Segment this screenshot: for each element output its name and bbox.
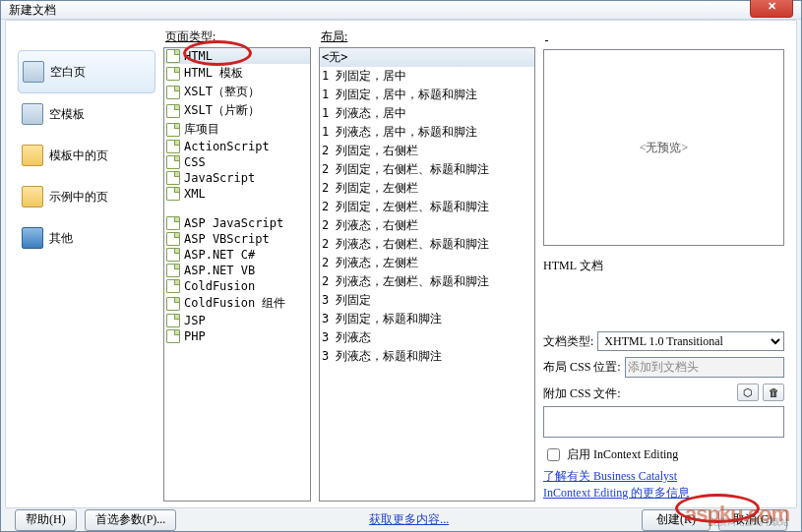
page-type-column: 页面类型: HTMLHTML 模板XSLT（整页）XSLT（片断）库项目Acti… xyxy=(163,27,311,502)
layout-item-label: 2 列液态，左侧栏 xyxy=(322,255,418,271)
page-type-item[interactable]: CSS xyxy=(164,154,310,170)
layout-item[interactable]: 2 列液态，左侧栏 xyxy=(320,254,534,272)
page-type-item-label: ASP.NET VB xyxy=(184,264,255,277)
sidebar-item-blank-template[interactable]: 空模板 xyxy=(18,93,155,135)
file-icon xyxy=(166,104,180,118)
dialog-footer: 帮助(H) 首选参数(P)... 获取更多内容... 创建(R) 取消(C) xyxy=(1,508,801,531)
file-icon xyxy=(166,216,180,230)
page-type-item[interactable]: XSLT（整页） xyxy=(164,83,310,101)
layout-item-label: <无> xyxy=(322,49,347,66)
layout-item-label: 1 列固定，居中，标题和脚注 xyxy=(322,87,477,103)
page-type-item[interactable]: HTML xyxy=(164,48,310,64)
layout-item[interactable]: 3 列固定，标题和脚注 xyxy=(320,310,534,328)
layout-list[interactable]: <无>1 列固定，居中1 列固定，居中，标题和脚注1 列液态，居中1 列液态，居… xyxy=(319,47,535,502)
sample-folder-icon xyxy=(22,186,43,207)
page-type-item-label: JSP xyxy=(184,314,206,327)
page-type-item[interactable]: ASP.NET VB xyxy=(164,263,310,278)
page-type-item[interactable]: ColdFusion 组件 xyxy=(164,294,310,313)
page-type-item[interactable]: ASP VBScript xyxy=(164,231,310,247)
sidebar-item-other[interactable]: 其他 xyxy=(18,217,155,259)
page-type-item[interactable]: JSP xyxy=(164,313,310,328)
layout-item[interactable]: 2 列液态，右侧栏 xyxy=(320,216,534,235)
layout-item[interactable]: 3 列液态，标题和脚注 xyxy=(320,347,534,366)
dialog-body: 空白页 空模板 模板中的页 示例中的页 其他 页面类型: HTMLHTML 模板… xyxy=(5,20,797,508)
layout-item-label: 2 列液态，右侧栏 xyxy=(322,217,418,234)
blank-template-icon xyxy=(22,103,43,125)
attached-css-list[interactable] xyxy=(543,406,784,438)
get-more-content-link[interactable]: 获取更多内容... xyxy=(369,512,449,526)
layout-item-label: 1 列固定，居中 xyxy=(322,68,406,85)
layout-column: 布局: <无>1 列固定，居中1 列固定，居中，标题和脚注1 列液态，居中1 列… xyxy=(319,27,535,502)
page-type-item-label: ASP VBScript xyxy=(184,232,270,246)
file-icon xyxy=(166,123,180,137)
page-type-item-label: 库项目 xyxy=(184,121,219,138)
sidebar-item-sample-page[interactable]: 示例中的页 xyxy=(18,176,155,217)
layout-item[interactable]: 1 列固定，居中 xyxy=(320,67,534,86)
page-type-item[interactable]: PHP xyxy=(164,328,310,344)
layout-item[interactable]: 1 列液态，居中，标题和脚注 xyxy=(320,123,534,142)
new-document-dialog: 新建文档 ✕ 空白页 空模板 模板中的页 示例中的页 其他 xyxy=(0,0,802,532)
layout-item[interactable]: 3 列液态 xyxy=(320,328,534,347)
layout-item-label: 3 列液态 xyxy=(322,329,371,346)
file-icon xyxy=(166,140,180,153)
file-icon xyxy=(166,49,180,63)
layout-item[interactable]: 2 列固定，右侧栏 xyxy=(320,142,534,160)
layout-item[interactable]: 1 列固定，居中，标题和脚注 xyxy=(320,86,534,104)
close-button[interactable]: ✕ xyxy=(750,0,793,18)
page-type-item[interactable]: ASP JavaScript xyxy=(164,215,310,231)
file-icon xyxy=(166,232,180,246)
page-type-item-label: ASP JavaScript xyxy=(184,216,283,230)
window-title: 新建文档 xyxy=(9,2,56,19)
page-type-item[interactable]: ASP.NET C# xyxy=(164,247,310,263)
layout-item[interactable]: 3 列固定 xyxy=(320,291,534,310)
sidebar-item-label: 其他 xyxy=(49,230,73,247)
sidebar-item-template-page[interactable]: 模板中的页 xyxy=(18,135,155,176)
sidebar-item-label: 空模板 xyxy=(49,106,85,123)
layout-item[interactable]: 2 列固定，右侧栏、标题和脚注 xyxy=(320,160,534,179)
page-type-item-label: HTML xyxy=(184,49,213,63)
attach-css-label: 附加 CSS 文件: xyxy=(543,384,621,402)
incontext-row: 启用 InContext Editing xyxy=(543,445,784,464)
layout-item[interactable]: 2 列液态，右侧栏、标题和脚注 xyxy=(320,235,534,254)
css-position-value: 添加到文档头 xyxy=(625,357,784,378)
right-spacer xyxy=(543,27,784,45)
learn-more-link[interactable]: 了解有关 Business Catalyst InContext Editing… xyxy=(543,468,720,502)
page-type-item[interactable]: HTML 模板 xyxy=(164,64,310,83)
doc-description: HTML 文档 xyxy=(543,258,784,274)
doctype-select[interactable]: XHTML 1.0 Transitional xyxy=(597,331,784,351)
doctype-label: 文档类型: xyxy=(543,333,593,350)
create-button[interactable]: 创建(R) xyxy=(642,509,710,531)
page-type-item-label: ActionScript xyxy=(184,140,270,153)
page-type-list[interactable]: HTMLHTML 模板XSLT（整页）XSLT（片断）库项目ActionScri… xyxy=(163,47,311,502)
file-icon xyxy=(166,171,180,185)
remove-css-button[interactable]: 🗑 xyxy=(763,384,784,401)
help-button[interactable]: 帮助(H) xyxy=(15,509,77,531)
other-icon xyxy=(22,227,43,249)
layout-item[interactable]: 2 列固定，左侧栏、标题和脚注 xyxy=(320,198,534,216)
page-type-item[interactable]: ColdFusion xyxy=(164,278,310,294)
enable-incontext-checkbox[interactable] xyxy=(547,448,560,461)
layout-item-label: 3 列液态，标题和脚注 xyxy=(322,348,442,365)
css-position-label: 布局 CSS 位置: xyxy=(543,359,621,376)
preview-box: <无预览> xyxy=(543,49,784,246)
page-type-item-label: XSLT（片断） xyxy=(184,102,260,119)
page-type-item[interactable]: XSLT（片断） xyxy=(164,101,310,120)
preferences-button[interactable]: 首选参数(P)... xyxy=(85,509,177,531)
page-type-item-label: XML xyxy=(184,187,206,201)
sidebar-item-blank-page[interactable]: 空白页 xyxy=(18,50,155,93)
page-type-item[interactable]: XML xyxy=(164,186,310,202)
layout-item[interactable]: 2 列液态，左侧栏、标题和脚注 xyxy=(320,272,534,291)
page-type-header: 页面类型: xyxy=(163,27,311,47)
page-type-item[interactable]: ActionScript xyxy=(164,139,310,154)
layout-item[interactable]: 1 列液态，居中 xyxy=(320,104,534,123)
sidebar-item-label: 空白页 xyxy=(50,64,86,81)
layout-item[interactable]: <无> xyxy=(320,48,534,67)
layout-item-label: 1 列液态，居中 xyxy=(322,105,406,122)
attach-css-row: 附加 CSS 文件: ⬡ 🗑 xyxy=(543,384,784,402)
layout-item[interactable]: 2 列固定，左侧栏 xyxy=(320,179,534,198)
layout-item-label: 3 列固定 xyxy=(322,292,371,309)
page-type-item[interactable]: JavaScript xyxy=(164,170,310,186)
cancel-button[interactable]: 取消(C) xyxy=(718,509,787,531)
link-css-button[interactable]: ⬡ xyxy=(737,384,759,401)
page-type-item[interactable]: 库项目 xyxy=(164,120,310,139)
